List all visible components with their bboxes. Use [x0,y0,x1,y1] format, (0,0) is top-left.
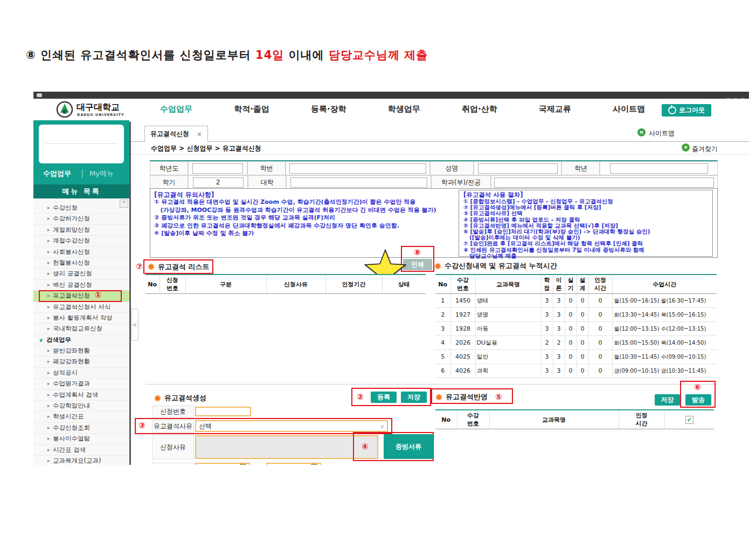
sidebar-item-grade-notice[interactable]: ▸성적공시 [33,368,129,379]
notice-cautions-title: [유고결석 유의사항] [154,191,436,198]
notice-cautions: [유고결석 유의사항] ① 유고결석 적용은 대면수업 및 실시간 Zoom 수… [154,191,436,237]
chrome-left-icon[interactable] [37,93,42,97]
year-input[interactable] [192,163,243,174]
calendar-icon [311,464,317,465]
step-badge-4: ④ [362,443,369,451]
chevron-down-icon: ∨ [380,423,384,429]
item-arrow-icon: ▸ [47,368,50,378]
nav-career-industry[interactable]: 취업·산학 [462,104,497,114]
term-label: 학기 [150,175,188,189]
item-arrow-icon: ▸ [47,313,50,323]
sitemap-icon[interactable]: n [637,128,646,136]
table-row[interactable]: 42026DU실용22000화(15:00~15:50) 목(14:00~14:… [435,336,717,350]
term-input[interactable]: 2 [193,177,244,188]
favorite-star-icon[interactable]: ★ [682,143,690,152]
send-button[interactable]: 발송 [685,394,711,406]
table-row[interactable]: 54025일반33000월(10:30~11:45) 수(09:00~10:15… [435,350,717,364]
enrollment-table: No수강 번호 교과목명학 점 이 론실 기 설 계인정 시간 수업시간 114… [435,274,717,378]
sidebar-item-eval-result[interactable]: ▸수업평가결과 [33,379,129,389]
breadcrumb: 수업업무 > 신청업무 > 유고결석신청 [151,144,261,153]
apply-title: 유고결석반영 ⑤ [435,392,502,402]
sitemap-label[interactable]: 사이트맵 [649,129,675,138]
sidebar-item-sugang-inquiry[interactable]: ▸수강신청조회 [33,423,129,434]
sidebar-menu: ▸수강신청 ▸수강허가신청 ▸계절희망신청 ▸계절수강신청 ▸사회봉사신청 ▸헌… [33,198,129,465]
scroll-up-icon[interactable]: ^ [120,200,128,208]
sidebar-item-syllabus-search[interactable]: ▸수업계획서 검색 [33,390,129,401]
item-arrow-icon: ▸ [47,269,50,279]
nav-course-work[interactable]: 수업업무 [160,104,192,114]
name-input[interactable] [478,163,558,174]
check-icon[interactable]: ✔ [685,416,693,424]
apply-no-label: 신청번호 [152,406,194,417]
reason-select[interactable]: 선택 ∨ [195,420,388,432]
item-arrow-icon: ▸ [47,356,50,367]
sidebar-item-seasonal-hope[interactable]: ▸계절희망신청 [33,225,129,236]
close-icon[interactable]: × [197,131,202,138]
apply-title-highlight: 유고결석반영 ⑤ [431,388,513,404]
sidebar-item-service-record[interactable]: ▸봉사이수열람 [33,434,129,444]
step-badge-6: ⑥ [694,383,701,392]
sidebar-item-service-plan[interactable]: ▸봉사 활동계획서 작성 [33,313,129,324]
item-arrow-icon: ▸ [47,456,50,465]
sidebar-item-seasonal-sugang[interactable]: ▸계절수강신청 [33,236,129,246]
section-divider [145,384,718,385]
nav-sitemap[interactable]: 사이트맵 [613,104,645,114]
period-end-input[interactable] [266,463,321,465]
sidebar-item-student-timetable[interactable]: ▸학생시간표 [33,411,129,422]
global-nav: 수업업무 학적·졸업 등록·장학 학생업무 취업·산학 국제교류 사이트맵 [160,104,645,114]
nav-records-graduation[interactable]: 학적·졸업 [234,104,269,114]
sidebar-item-division-status[interactable]: ▸분반강좌현황 [33,346,129,356]
collapse-icon[interactable]: < [131,308,138,341]
save-button[interactable]: 저장 [401,392,427,403]
table-row[interactable]: 31928아동33000월(12:00~13:15) 수(12:00~13:15… [435,322,717,336]
major-input[interactable] [494,177,714,188]
sidebar-item-sugang[interactable]: ▸수강신청 [33,203,129,214]
bullet-icon [148,263,155,270]
student-id-input[interactable] [289,163,426,174]
sidebar-item-credit-guide[interactable]: ▸수강학점안내 [33,401,129,411]
item-arrow-icon: ▸ [47,423,50,433]
sidebar-item-closed-status[interactable]: ▸폐강강좌현황 [33,356,129,367]
sidebar-tab-mymenu[interactable]: My메뉴 [89,169,114,179]
sidebar-item-domestic-credit[interactable]: ▸국내학점교류신청 [33,324,129,334]
table-row[interactable]: 11450생태33000월(15:00~16:15) 월(16:30~17:45… [435,294,717,308]
sidebar-tab-course[interactable]: 수업업무 [43,169,71,179]
step-badge-3: ③ [138,422,145,430]
name-label: 성명 [430,161,474,175]
apply-save-button[interactable]: 저장 [655,394,680,406]
attach-docs-button[interactable]: 증빙서류 [384,434,433,459]
sidebar-item-period-absence[interactable]: ▸생리 공결신청 [33,269,129,279]
detail-reason-textarea[interactable] [195,435,378,459]
sidebar-section-search[interactable]: ∨검색업무 [33,335,129,346]
nav-international[interactable]: 국제교류 [539,104,571,114]
sidebar-item-sugang-permit[interactable]: ▸수강허가신청 [33,214,129,224]
nav-registration-scholarship[interactable]: 등록·장학 [311,104,346,114]
item-arrow-icon: ▸ [47,346,50,356]
sidebar-item-absence-apply[interactable]: ▸ 유고결석신청 ① [33,291,129,301]
item-arrow-icon: ▸ [47,390,50,400]
nav-student-affairs[interactable]: 학생업무 [388,104,420,114]
sidebar-item-vaccine-absence[interactable]: ▸백신 공결신청 [33,280,129,291]
grade-input[interactable] [610,163,708,174]
logout-button[interactable]: 로그아웃 [662,104,711,116]
create-title: 유고결석생성 [154,393,206,403]
sidebar-item-blood-service[interactable]: ▸헌혈봉사신청 [33,258,129,269]
sidebar-item-timetable-search[interactable]: ▸시간표 검색 [33,445,129,456]
sidebar-item-absence-form[interactable]: ▸유고결석신청서 서식 [33,302,129,313]
college-input[interactable] [290,177,427,188]
sidebar-item-social-service[interactable]: ▸사회봉사신청 [33,247,129,258]
step-badge-5: ⑤ [495,393,502,401]
step-badge-8: ⑧ [414,249,421,257]
tab-absence-apply[interactable]: 유고결석신청 × [144,126,208,142]
sidebar-item-course-outline[interactable]: ▸교과목개요(교과) [33,456,129,465]
favorite-label[interactable]: 즐겨찾기 [692,145,718,154]
item-arrow-icon: ▸ [47,324,50,334]
register-button[interactable]: 등록 [371,392,397,403]
table-row[interactable]: 64026과학33000금(09:00~10:15) 금(10:30~11:45… [435,364,717,378]
step-badge-2: ② [357,393,364,401]
period-start-input[interactable] [195,463,250,465]
apply-no-input[interactable] [195,407,251,416]
year-label: 학년도 [150,161,188,175]
item-arrow-icon: ▸ [47,379,50,389]
table-row[interactable]: 21927생명33000화(13:30~14:45) 목(15:00~16:15… [435,308,717,322]
